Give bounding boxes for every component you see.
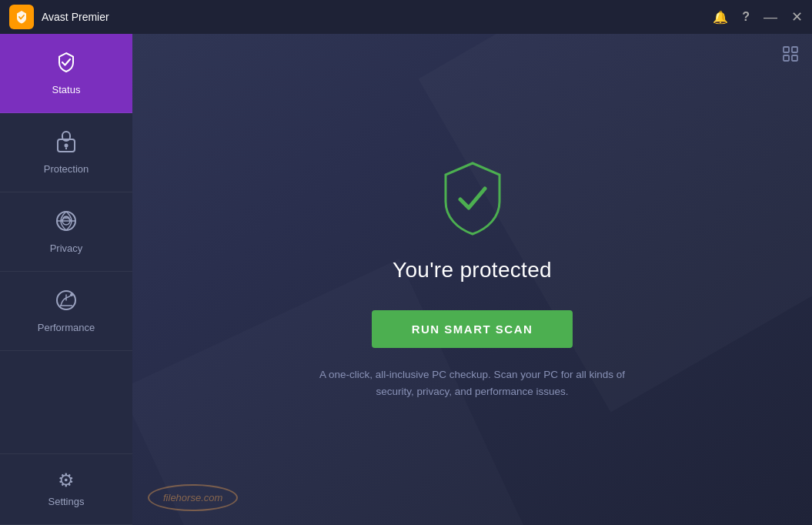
sidebar-item-settings[interactable]: ⚙ Settings xyxy=(0,453,132,525)
bell-icon[interactable]: 🔔 xyxy=(713,10,728,25)
shield-container xyxy=(438,159,507,239)
svg-rect-14 xyxy=(792,55,797,61)
run-smart-scan-button[interactable]: RUN SMART SCAN xyxy=(372,310,573,348)
sidebar-status-label: Status xyxy=(52,84,81,95)
close-button[interactable]: ✕ xyxy=(791,8,803,25)
performance-icon xyxy=(55,289,78,316)
help-icon[interactable]: ? xyxy=(742,10,750,24)
app-logo xyxy=(9,5,34,29)
watermark: filehorse.com xyxy=(148,484,238,511)
protection-icon xyxy=(55,130,77,157)
sidebar-performance-label: Performance xyxy=(38,322,95,333)
sidebar-item-privacy[interactable]: Privacy xyxy=(0,192,132,272)
sidebar-item-protection[interactable]: Protection xyxy=(0,113,132,192)
protected-text: You're protected xyxy=(393,258,552,283)
status-content: You're protected RUN SMART SCAN A one-cl… xyxy=(311,159,634,400)
minimize-button[interactable]: — xyxy=(764,9,777,25)
account-icon[interactable] xyxy=(781,45,800,68)
svg-rect-13 xyxy=(784,55,789,61)
scan-description: A one-click, all-inclusive PC checkup. S… xyxy=(311,366,634,400)
titlebar: Avast Premier 🔔 ? — ✕ xyxy=(0,0,812,34)
main-content: You're protected RUN SMART SCAN A one-cl… xyxy=(132,34,812,525)
sidebar-item-status[interactable]: Status xyxy=(0,34,132,113)
sidebar-privacy-label: Privacy xyxy=(50,242,83,254)
settings-icon: ⚙ xyxy=(58,471,75,490)
app-body: Status Protection xyxy=(0,34,812,525)
sidebar-protection-label: Protection xyxy=(44,163,89,175)
sidebar-item-performance[interactable]: Performance xyxy=(0,272,132,351)
sidebar-spacer xyxy=(0,351,132,453)
window-controls: 🔔 ? — ✕ xyxy=(713,8,803,25)
sidebar-settings-label: Settings xyxy=(48,496,85,507)
svg-point-8 xyxy=(70,293,73,296)
sidebar: Status Protection xyxy=(0,34,132,525)
status-icon xyxy=(55,51,78,78)
svg-rect-11 xyxy=(784,47,789,52)
privacy-icon xyxy=(55,209,78,236)
svg-rect-12 xyxy=(792,47,797,52)
svg-point-2 xyxy=(65,144,69,148)
app-title: Avast Premier xyxy=(42,11,713,23)
